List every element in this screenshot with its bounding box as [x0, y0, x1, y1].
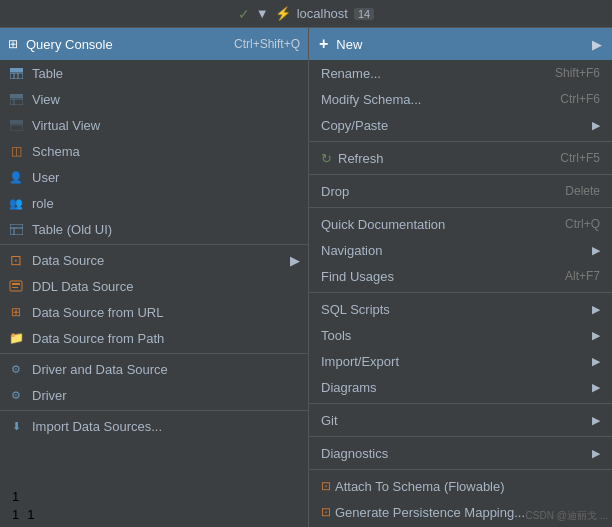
sidebar-item-driver-and-data-source[interactable]: ⚙ Driver and Data Source	[0, 356, 308, 382]
right-menu-drop[interactable]: Drop Delete	[309, 178, 612, 204]
right-separator-3	[309, 207, 612, 208]
data-source-url-icon: ⊞	[8, 304, 24, 320]
table-old-label: Table (Old UI)	[32, 222, 112, 237]
right-menu-rename[interactable]: Rename... Shift+F6	[309, 60, 612, 86]
table-old-icon	[8, 221, 24, 237]
import-icon: ⬇	[8, 418, 24, 434]
user-label: User	[32, 170, 59, 185]
modify-schema-label: Modify Schema...	[321, 92, 421, 107]
find-usages-shortcut: Alt+F7	[565, 269, 600, 283]
diagrams-arrow: ▶	[592, 381, 600, 394]
import-export-arrow: ▶	[592, 355, 600, 368]
right-menu-copy-paste[interactable]: Copy/Paste ▶	[309, 112, 612, 138]
hostname-label: localhost	[297, 6, 348, 21]
right-separator-2	[309, 174, 612, 175]
attach-schema-icon: ⊡	[321, 479, 331, 493]
new-label: New	[336, 37, 362, 52]
diagnostics-arrow: ▶	[592, 447, 600, 460]
query-console-icon: ⊞	[8, 37, 18, 51]
right-separator-4	[309, 292, 612, 293]
right-menu-diagrams[interactable]: Diagrams ▶	[309, 374, 612, 400]
left-panel: ⊞ Query Console Ctrl+Shift+Q Table View …	[0, 28, 308, 527]
user-icon: 👤	[8, 169, 24, 185]
virtual-view-icon	[8, 117, 24, 133]
rename-shortcut: Shift+F6	[555, 66, 600, 80]
right-menu-import-export[interactable]: Import/Export ▶	[309, 348, 612, 374]
gen-persistence-label: Generate Persistence Mapping...	[335, 505, 525, 520]
tools-label: Tools	[321, 328, 351, 343]
top-bar-content: ✓ ▼ ⚡ localhost 14	[238, 6, 374, 22]
sidebar-item-table[interactable]: Table	[0, 60, 308, 86]
svg-rect-9	[10, 224, 23, 235]
rename-label: Rename...	[321, 66, 381, 81]
right-menu-git[interactable]: Git ▶	[309, 407, 612, 433]
attach-schema-label: Attach To Schema (Flowable)	[335, 479, 505, 494]
drop-shortcut: Delete	[565, 184, 600, 198]
sidebar-item-user[interactable]: 👤 User	[0, 164, 308, 190]
driver-data-source-icon: ⚙	[8, 361, 24, 377]
right-menu-sql-scripts[interactable]: SQL Scripts ▶	[309, 296, 612, 322]
schema-icon: ◫	[8, 143, 24, 159]
sidebar-item-data-source-from-path[interactable]: 📁 Data Source from Path	[0, 325, 308, 351]
view-label: View	[32, 92, 60, 107]
copy-paste-arrow: ▶	[592, 119, 600, 132]
right-menu-navigation[interactable]: Navigation ▶	[309, 237, 612, 263]
sidebar-item-import-data-sources[interactable]: ⬇ Import Data Sources...	[0, 413, 308, 439]
attach-schema-content: ⊡ Attach To Schema (Flowable)	[321, 479, 505, 494]
bottom-rows: 1 1 1	[0, 483, 308, 527]
right-menu-attach-to-schema[interactable]: ⊡ Attach To Schema (Flowable)	[309, 473, 612, 499]
query-console-item[interactable]: ⊞ Query Console Ctrl+Shift+Q	[0, 28, 308, 60]
find-usages-label: Find Usages	[321, 269, 394, 284]
new-header[interactable]: + New ▶	[309, 28, 612, 60]
sidebar-item-driver[interactable]: ⚙ Driver	[0, 382, 308, 408]
right-menu-find-usages[interactable]: Find Usages Alt+F7	[309, 263, 612, 289]
right-menu-refresh[interactable]: ↻ Refresh Ctrl+F5	[309, 145, 612, 171]
schema-label: Schema	[32, 144, 80, 159]
sidebar-item-table-old[interactable]: Table (Old UI)	[0, 216, 308, 242]
sidebar-item-view[interactable]: View	[0, 86, 308, 112]
refresh-item-content: ↻ Refresh	[321, 151, 384, 166]
svg-rect-8	[10, 125, 23, 131]
query-console-shortcut: Ctrl+Shift+Q	[234, 37, 300, 51]
sql-scripts-arrow: ▶	[592, 303, 600, 316]
sidebar-item-data-source-from-url[interactable]: ⊞ Data Source from URL	[0, 299, 308, 325]
sidebar-item-virtual-view[interactable]: Virtual View	[0, 112, 308, 138]
role-icon: 👥	[8, 195, 24, 211]
right-menu-modify-schema[interactable]: Modify Schema... Ctrl+F6	[309, 86, 612, 112]
refresh-shortcut: Ctrl+F5	[560, 151, 600, 165]
gen-persistence-icon: ⊡	[321, 505, 331, 519]
svg-rect-5	[10, 99, 23, 105]
separator-1	[0, 244, 308, 245]
diagnostics-label: Diagnostics	[321, 446, 388, 461]
right-menu-diagnostics[interactable]: Diagnostics ▶	[309, 440, 612, 466]
tab-count-badge: 14	[354, 8, 374, 20]
navigation-arrow: ▶	[592, 244, 600, 257]
gen-persistence-content: ⊡ Generate Persistence Mapping...	[321, 505, 525, 520]
sidebar-item-schema[interactable]: ◫ Schema	[0, 138, 308, 164]
svg-rect-4	[10, 94, 23, 98]
view-icon	[8, 91, 24, 107]
git-arrow: ▶	[592, 414, 600, 427]
data-source-arrow: ▶	[290, 253, 300, 268]
bottom-row-2-col2: 1	[27, 507, 34, 522]
import-data-sources-label: Import Data Sources...	[32, 419, 162, 434]
bottom-row-1-col1: 1	[12, 489, 19, 504]
sidebar-item-ddl-data-source[interactable]: DDL Data Source	[0, 273, 308, 299]
sidebar-item-role[interactable]: 👥 role	[0, 190, 308, 216]
svg-rect-12	[10, 281, 22, 291]
svg-rect-14	[12, 287, 18, 288]
data-source-path-label: Data Source from Path	[32, 331, 164, 346]
drop-label: Drop	[321, 184, 349, 199]
query-console-label: Query Console	[26, 37, 113, 52]
table-icon	[8, 65, 24, 81]
driver-icon: ⚙	[8, 387, 24, 403]
bottom-row-2-col1: 1	[12, 507, 19, 522]
bottom-row-2: 1 1	[12, 505, 296, 523]
sql-scripts-label: SQL Scripts	[321, 302, 390, 317]
right-menu-quick-doc[interactable]: Quick Documentation Ctrl+Q	[309, 211, 612, 237]
separator-3	[0, 410, 308, 411]
navigation-label: Navigation	[321, 243, 382, 258]
right-menu-tools[interactable]: Tools ▶	[309, 322, 612, 348]
sidebar-item-data-source[interactable]: ⊡ Data Source ▶	[0, 247, 308, 273]
tools-arrow: ▶	[592, 329, 600, 342]
